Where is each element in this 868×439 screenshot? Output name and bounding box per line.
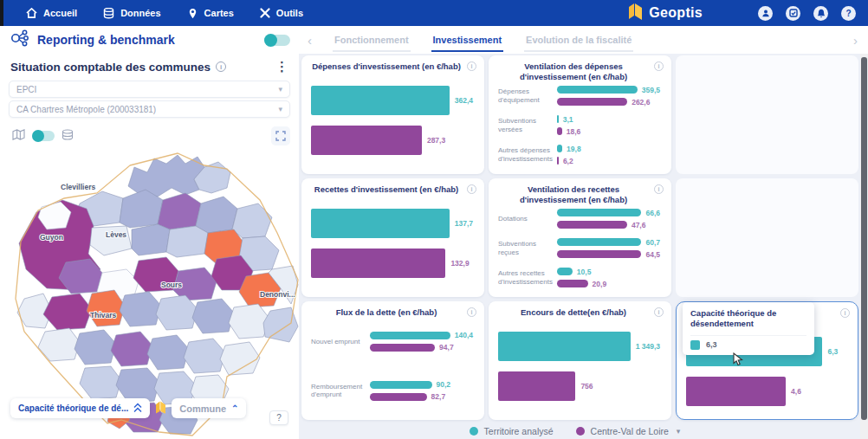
map-label-thivars: Thivars (90, 311, 117, 320)
legend-territoire[interactable]: Territoire analysé (470, 426, 554, 436)
map-data-toggle[interactable] (32, 131, 55, 141)
bar-value: 19,8 (567, 145, 581, 153)
kebab-menu-icon[interactable]: ⋮ (272, 59, 292, 74)
bar-region[interactable] (498, 371, 575, 401)
fullscreen-icon[interactable] (271, 126, 290, 145)
level-select[interactable]: Commune ⌃ (172, 398, 246, 418)
bar-region[interactable] (370, 393, 427, 401)
bar-territoire[interactable] (498, 332, 631, 361)
bar-territoire[interactable] (311, 86, 450, 115)
bar-region[interactable] (311, 126, 422, 155)
epci-select-value: EPCI (16, 85, 36, 94)
bar-region[interactable] (557, 221, 627, 229)
help-icon[interactable]: ? (841, 6, 856, 21)
tasks-icon[interactable] (786, 6, 800, 21)
nav-label: Données (120, 8, 160, 18)
notifications-icon[interactable] (813, 6, 828, 21)
map-controls (12, 126, 290, 145)
bar-value: 4,6 (791, 387, 801, 396)
app-window: Accueil Données Cartes Outils Geoptis ? (0, 0, 868, 439)
map-label-sours: Sours (161, 281, 182, 289)
tab-investissement[interactable]: Investissement (431, 28, 503, 52)
table-view-icon[interactable] (62, 128, 74, 144)
chart-info-icon[interactable]: i (654, 184, 664, 194)
legend-region[interactable]: Centre-Val de Loire ▾ (576, 426, 681, 436)
section-info-icon[interactable]: i (216, 61, 226, 72)
bar-region[interactable] (557, 157, 559, 165)
bar-territoire[interactable] (557, 268, 573, 275)
brand-logo[interactable]: Geoptis (628, 3, 703, 23)
bar-value: 262,6 (632, 98, 650, 107)
chart-info-icon[interactable]: i (654, 61, 664, 71)
nav-item-cartes[interactable]: Cartes (187, 8, 234, 19)
tabs-next-icon[interactable]: › (853, 34, 858, 47)
bar-value: 756 (580, 382, 593, 391)
chart-info-icon[interactable]: i (467, 184, 476, 194)
empty-card-slot (676, 178, 858, 297)
bar-value: 90,2 (437, 380, 451, 389)
indicator-pill[interactable]: Capacité théorique de dé... (10, 398, 150, 418)
chart-card-flux-dette: Flux de la dette (en €/hab)i Nouvel empr… (301, 301, 484, 420)
bar-territoire[interactable] (557, 238, 641, 246)
bar-territoire[interactable] (370, 332, 450, 339)
level-select-value: Commune (179, 403, 226, 414)
bar-region[interactable] (686, 377, 786, 406)
bar-value: 82,7 (431, 392, 446, 401)
bar-value: 60,7 (645, 238, 660, 247)
nav-item-outils[interactable]: Outils (260, 8, 303, 18)
legend-label: Centre-Val de Loire (591, 426, 669, 436)
bar-territoire[interactable] (557, 209, 641, 216)
chart-info-icon[interactable]: i (654, 307, 664, 317)
tooltip-title: Capacité théorique de désendettement (690, 308, 806, 330)
bar-value: 140,4 (455, 331, 473, 339)
header-strip: Reporting & benchmark ‹ Fonctionnement I… (0, 26, 868, 54)
chevron-down-icon: ▾ (278, 105, 282, 113)
tooltip-value: 6,3 (706, 340, 717, 349)
geoptis-marker-icon (155, 400, 166, 417)
territory-select[interactable]: CA Chartres Métropole (200033181) ▾ (9, 100, 290, 118)
charts-area: Dépenses d'investissement (en €/hab)i 36… (299, 54, 868, 439)
category-label: Subventions versées (498, 117, 552, 133)
bar-territoire[interactable] (370, 381, 432, 389)
bar-value: 18,6 (567, 127, 581, 136)
bar-territoire[interactable] (557, 86, 638, 94)
bar-region[interactable] (557, 250, 641, 258)
empty-card-slot (676, 55, 858, 174)
bar-region[interactable] (557, 127, 562, 135)
tabs-prev-icon[interactable]: ‹ (308, 34, 312, 47)
chart-info-icon[interactable]: i (467, 61, 476, 71)
chevron-down-icon: ▾ (278, 85, 282, 94)
indicator-pill-label: Capacité théorique de dé... (18, 403, 128, 413)
communes-map[interactable]: Clevilliers Lèves Guyon Sours Thivars De… (0, 149, 299, 436)
account-icon[interactable] (758, 6, 773, 21)
map-view-icon[interactable] (12, 128, 25, 144)
nav-item-accueil[interactable]: Accueil (26, 8, 77, 18)
report-toggle[interactable] (264, 35, 290, 46)
map-help-button[interactable]: ? (269, 410, 288, 425)
nav-item-donnees[interactable]: Données (103, 8, 160, 19)
chart-title: Dépenses d'investissement (en €/hab) (309, 61, 463, 72)
bar-value: 47,6 (632, 221, 646, 229)
chart-info-icon[interactable]: i (467, 307, 476, 317)
scrollbar-thumb[interactable] (861, 57, 867, 420)
category-label: Autres dépenses d'investissements (498, 146, 552, 163)
bar-territoire[interactable] (311, 209, 450, 238)
tab-fonctionnement[interactable]: Fonctionnement (333, 28, 411, 52)
bar-value: 359,5 (642, 86, 660, 94)
chart-info-icon[interactable]: i (840, 308, 850, 318)
map-label-guyon: Guyon (40, 233, 63, 242)
bar-region[interactable] (557, 280, 588, 287)
bar-region[interactable] (370, 344, 435, 352)
tab-evolution-fiscalite[interactable]: Evolution de la fiscalité (524, 28, 633, 52)
benchmark-icon (10, 29, 29, 50)
tools-icon (260, 8, 270, 18)
category-label: Dotations (498, 215, 552, 223)
bar-territoire[interactable] (557, 115, 559, 123)
chart-card-encours-dette: Encours de dette(en €/hab)i 1 349,3756 (489, 301, 671, 420)
bar-region[interactable] (311, 249, 445, 278)
bar-region[interactable] (557, 98, 627, 106)
bar-territoire[interactable] (557, 145, 562, 152)
epci-select[interactable]: EPCI ▾ (9, 81, 290, 98)
collapse-up-icon[interactable] (133, 401, 142, 416)
vertical-scrollbar[interactable] (860, 54, 868, 439)
